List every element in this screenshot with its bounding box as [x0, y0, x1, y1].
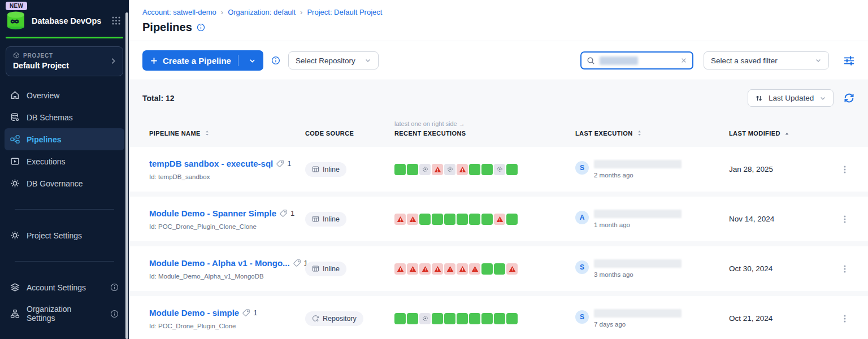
row-menu-kebab-icon[interactable]: [841, 165, 857, 174]
execution-status-success[interactable]: [481, 263, 493, 275]
execution-status-success[interactable]: [469, 313, 480, 324]
last-execution-cell: S 2 months ago: [575, 160, 729, 179]
project-switcher[interactable]: PROJECT Default Project: [6, 46, 123, 76]
pipelines-list-section: Total: 12 Last Updated: [129, 80, 868, 339]
execution-status-error[interactable]: [419, 263, 431, 275]
search-redacted-text: [600, 56, 638, 65]
execution-status-success[interactable]: [469, 214, 480, 225]
execution-status-error[interactable]: [407, 263, 418, 275]
execution-status-skipped[interactable]: [494, 164, 505, 175]
execution-status-error[interactable]: [432, 164, 443, 175]
sidebar-item-label: Pipelines: [27, 135, 61, 144]
info-icon[interactable]: [197, 23, 205, 32]
pipeline-name-link[interactable]: Module Demo - Spanner Simple: [149, 208, 276, 218]
execution-status-error[interactable]: [394, 214, 406, 225]
create-pipeline-label: Create a Pipeline: [163, 56, 231, 66]
inline-icon: [312, 166, 319, 173]
header-last-modified[interactable]: LAST MODIFIED: [729, 130, 833, 137]
code-source-label: Inline: [323, 166, 340, 173]
sidebar-item-overview[interactable]: Overview: [5, 84, 124, 106]
sidebar-item-organization-settings[interactable]: Organization Settings: [5, 298, 124, 329]
refresh-icon[interactable]: [844, 93, 854, 103]
execution-status-success[interactable]: [481, 164, 493, 175]
execution-status-error[interactable]: [432, 263, 443, 275]
saved-filter-dropdown[interactable]: Select a saved filter: [704, 51, 829, 69]
execution-status-success[interactable]: [469, 164, 480, 175]
info-icon[interactable]: [110, 283, 119, 292]
breadcrumb-project[interactable]: Project: Default Project: [307, 8, 382, 16]
execution-status-success[interactable]: [432, 214, 443, 225]
info-icon[interactable]: [271, 56, 280, 65]
executor-redacted-name: [594, 259, 682, 268]
sidebar-item-db-schemas[interactable]: DB Schemas: [5, 106, 124, 128]
execution-status-success[interactable]: [407, 313, 418, 324]
execution-status-skipped[interactable]: [444, 164, 455, 175]
execution-status-success[interactable]: [444, 313, 455, 324]
execution-status-success[interactable]: [506, 164, 518, 175]
code-source-badge: Inline: [305, 262, 346, 276]
sidebar-item-project-settings[interactable]: Project Settings: [5, 224, 124, 246]
execution-status-error[interactable]: [444, 263, 455, 275]
executor-redacted-name: [594, 210, 682, 218]
app-grid-icon[interactable]: [111, 16, 121, 25]
chevron-down-icon[interactable]: [244, 57, 261, 64]
org-chart-icon: [10, 309, 20, 319]
create-pipeline-button[interactable]: Create a Pipeline: [142, 50, 263, 71]
header-pipeline-name[interactable]: PIPELINE NAME: [149, 129, 305, 137]
breadcrumb-organization[interactable]: Organization: default: [228, 8, 296, 16]
row-menu-kebab-icon[interactable]: [841, 314, 857, 323]
breadcrumb-account[interactable]: Account: satwell-demo: [142, 8, 216, 16]
pipeline-name-link[interactable]: Module Demo - simple: [149, 308, 239, 318]
execution-status-error[interactable]: [494, 214, 505, 225]
execution-status-skipped[interactable]: [419, 164, 431, 175]
row-menu-kebab-icon[interactable]: [841, 215, 857, 224]
select-repository-dropdown[interactable]: Select Repository: [288, 51, 379, 69]
execution-status-success[interactable]: [457, 313, 468, 324]
execution-status-error[interactable]: [394, 263, 406, 275]
sidebar-item-db-governance[interactable]: DB Governance: [5, 172, 124, 194]
execution-status-success[interactable]: [481, 214, 493, 225]
sidebar-nav: Overview DB Schemas Pipelines: [0, 84, 129, 329]
execution-status-success[interactable]: [394, 313, 406, 324]
pipeline-name-link[interactable]: tempDB sandbox - execute-sql: [149, 159, 273, 168]
execution-status-success[interactable]: [394, 164, 406, 175]
execution-status-error[interactable]: [506, 263, 518, 275]
sidebar-item-pipelines[interactable]: Pipelines: [5, 128, 124, 150]
execution-status-success[interactable]: [419, 214, 431, 225]
search-input[interactable]: [580, 51, 693, 69]
pipeline-name-link[interactable]: Module Demo - Alpha v1 - Mongo...: [149, 258, 290, 268]
execution-status-skipped[interactable]: [419, 313, 431, 324]
filter-sliders-icon[interactable]: [844, 56, 854, 66]
sort-dropdown[interactable]: Last Updated: [748, 89, 834, 107]
breadcrumb: Account: satwell-demo › Organization: de…: [142, 8, 854, 16]
execution-status-error[interactable]: [469, 263, 480, 275]
execution-status-error[interactable]: [457, 263, 468, 275]
sidebar-item-executions[interactable]: Executions: [5, 150, 124, 172]
database-icon: [10, 112, 20, 122]
info-icon[interactable]: [110, 310, 119, 318]
execution-status-success[interactable]: [506, 214, 518, 225]
execution-status-success[interactable]: [432, 313, 443, 324]
execution-status-success[interactable]: [506, 313, 518, 324]
sidebar-item-account-settings[interactable]: Account Settings: [5, 276, 124, 298]
breadcrumb-separator: ›: [221, 8, 223, 16]
execution-status-success[interactable]: [494, 313, 505, 324]
execution-status-success[interactable]: [494, 263, 505, 275]
execution-status-success[interactable]: [407, 164, 418, 175]
row-menu-kebab-icon[interactable]: [841, 264, 857, 273]
last-modified-date: Nov 14, 2024: [729, 215, 833, 223]
execution-status-success[interactable]: [481, 313, 493, 324]
execution-status-error[interactable]: [457, 164, 468, 175]
execution-time-ago: 1 month ago: [594, 221, 682, 228]
last-execution-cell: S 7 days ago: [575, 309, 729, 328]
table-row: Module Demo - Spanner Simple 1 Id: POC_D…: [129, 197, 868, 241]
layers-gear-icon: [10, 282, 20, 292]
header-last-execution[interactable]: LAST EXECUTION: [575, 129, 729, 137]
execution-status-error[interactable]: [407, 214, 418, 225]
clear-search-icon[interactable]: [680, 57, 687, 64]
recent-executions: [394, 164, 575, 175]
execution-status-success[interactable]: [457, 214, 468, 225]
sidebar-divider: [15, 261, 114, 262]
execution-status-success[interactable]: [444, 214, 455, 225]
sidebar-scrollbar[interactable]: [125, 12, 128, 339]
